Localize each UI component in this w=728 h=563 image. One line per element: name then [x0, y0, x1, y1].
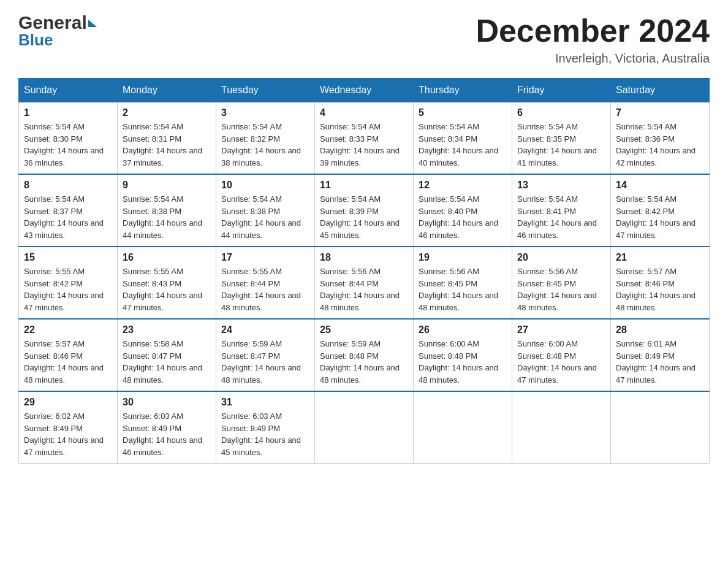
- sunset-text: Sunset: 8:41 PM: [517, 205, 605, 218]
- daylight-text: Daylight: 14 hours and 47 minutes.: [517, 362, 605, 386]
- day-info: Sunrise: 5:54 AM Sunset: 8:37 PM Dayligh…: [24, 193, 112, 241]
- table-row: 24 Sunrise: 5:59 AM Sunset: 8:47 PM Dayl…: [216, 319, 315, 391]
- daylight-text: Daylight: 14 hours and 47 minutes.: [24, 289, 112, 313]
- sunrise-text: Sunrise: 6:03 AM: [221, 410, 309, 423]
- calendar-header-row: Sunday Monday Tuesday Wednesday Thursday…: [19, 79, 710, 102]
- day-info: Sunrise: 6:02 AM Sunset: 8:49 PM Dayligh…: [24, 410, 112, 458]
- daylight-text: Daylight: 14 hours and 41 minutes.: [517, 145, 605, 169]
- sunset-text: Sunset: 8:45 PM: [517, 278, 605, 290]
- sunset-text: Sunset: 8:42 PM: [616, 205, 704, 218]
- daylight-text: Daylight: 14 hours and 39 minutes.: [320, 145, 408, 169]
- day-info: Sunrise: 5:54 AM Sunset: 8:40 PM Dayligh…: [419, 193, 507, 241]
- daylight-text: Daylight: 14 hours and 44 minutes.: [123, 217, 211, 241]
- logo-blue-text: Blue: [18, 31, 53, 50]
- header-saturday: Saturday: [611, 79, 710, 102]
- day-info: Sunrise: 5:54 AM Sunset: 8:41 PM Dayligh…: [517, 193, 605, 241]
- title-block: December 2024 Inverleigh, Victoria, Aust…: [476, 12, 710, 66]
- day-number: 6: [517, 107, 605, 118]
- table-row: 21 Sunrise: 5:57 AM Sunset: 8:46 PM Dayl…: [611, 247, 710, 319]
- calendar-week-row: 15 Sunrise: 5:55 AM Sunset: 8:42 PM Dayl…: [19, 247, 710, 319]
- table-row: 4 Sunrise: 5:54 AM Sunset: 8:33 PM Dayli…: [315, 102, 414, 175]
- sunrise-text: Sunrise: 5:54 AM: [24, 121, 112, 133]
- sunrise-text: Sunrise: 5:54 AM: [419, 193, 507, 205]
- day-number: 17: [221, 252, 309, 263]
- day-number: 11: [320, 180, 408, 191]
- day-number: 29: [24, 397, 112, 408]
- sunset-text: Sunset: 8:40 PM: [419, 205, 507, 218]
- calendar-week-row: 29 Sunrise: 6:02 AM Sunset: 8:49 PM Dayl…: [19, 391, 710, 464]
- day-number: 23: [123, 324, 211, 335]
- sunset-text: Sunset: 8:48 PM: [419, 350, 507, 362]
- day-number: 28: [616, 324, 704, 335]
- table-row: 25 Sunrise: 5:59 AM Sunset: 8:48 PM Dayl…: [315, 319, 414, 391]
- daylight-text: Daylight: 14 hours and 40 minutes.: [419, 145, 507, 169]
- sunset-text: Sunset: 8:49 PM: [221, 423, 309, 435]
- sunrise-text: Sunrise: 6:00 AM: [517, 338, 605, 350]
- daylight-text: Daylight: 14 hours and 36 minutes.: [24, 145, 112, 169]
- sunset-text: Sunset: 8:38 PM: [123, 205, 211, 218]
- table-row: [512, 391, 611, 464]
- day-info: Sunrise: 5:56 AM Sunset: 8:44 PM Dayligh…: [320, 266, 408, 313]
- sunrise-text: Sunrise: 6:03 AM: [123, 410, 211, 423]
- day-number: 18: [320, 252, 408, 263]
- day-number: 27: [517, 324, 605, 335]
- table-row: 15 Sunrise: 5:55 AM Sunset: 8:42 PM Dayl…: [19, 247, 118, 319]
- daylight-text: Daylight: 14 hours and 42 minutes.: [616, 145, 704, 169]
- sunrise-text: Sunrise: 5:57 AM: [616, 266, 704, 278]
- day-number: 5: [419, 107, 507, 118]
- table-row: 20 Sunrise: 5:56 AM Sunset: 8:45 PM Dayl…: [512, 247, 611, 319]
- sunset-text: Sunset: 8:48 PM: [320, 350, 408, 362]
- daylight-text: Daylight: 14 hours and 37 minutes.: [123, 145, 211, 169]
- day-info: Sunrise: 5:54 AM Sunset: 8:39 PM Dayligh…: [320, 193, 408, 241]
- sunset-text: Sunset: 8:34 PM: [419, 133, 507, 145]
- day-info: Sunrise: 5:54 AM Sunset: 8:33 PM Dayligh…: [320, 121, 408, 169]
- day-number: 9: [123, 180, 211, 191]
- sunrise-text: Sunrise: 5:56 AM: [419, 266, 507, 278]
- sunset-text: Sunset: 8:49 PM: [24, 423, 112, 435]
- calendar-subtitle: Inverleigh, Victoria, Australia: [476, 52, 710, 66]
- table-row: 22 Sunrise: 5:57 AM Sunset: 8:46 PM Dayl…: [19, 319, 118, 391]
- day-info: Sunrise: 6:03 AM Sunset: 8:49 PM Dayligh…: [123, 410, 211, 458]
- daylight-text: Daylight: 14 hours and 48 minutes.: [517, 289, 605, 313]
- day-number: 8: [24, 180, 112, 191]
- table-row: 8 Sunrise: 5:54 AM Sunset: 8:37 PM Dayli…: [19, 174, 118, 247]
- calendar-week-row: 22 Sunrise: 5:57 AM Sunset: 8:46 PM Dayl…: [19, 319, 710, 391]
- sunset-text: Sunset: 8:45 PM: [419, 278, 507, 290]
- day-number: 10: [221, 180, 309, 191]
- day-number: 31: [221, 397, 309, 408]
- table-row: 11 Sunrise: 5:54 AM Sunset: 8:39 PM Dayl…: [315, 174, 414, 247]
- sunrise-text: Sunrise: 5:57 AM: [24, 338, 112, 350]
- day-number: 15: [24, 252, 112, 263]
- sunset-text: Sunset: 8:32 PM: [221, 133, 309, 145]
- sunrise-text: Sunrise: 5:54 AM: [24, 193, 112, 205]
- table-row: [414, 391, 512, 464]
- daylight-text: Daylight: 14 hours and 48 minutes.: [616, 289, 704, 313]
- daylight-text: Daylight: 14 hours and 48 minutes.: [419, 289, 507, 313]
- daylight-text: Daylight: 14 hours and 48 minutes.: [123, 362, 211, 386]
- day-info: Sunrise: 5:59 AM Sunset: 8:48 PM Dayligh…: [320, 338, 408, 386]
- table-row: 16 Sunrise: 5:55 AM Sunset: 8:43 PM Dayl…: [118, 247, 216, 319]
- day-info: Sunrise: 5:54 AM Sunset: 8:31 PM Dayligh…: [123, 121, 211, 169]
- daylight-text: Daylight: 14 hours and 45 minutes.: [221, 434, 309, 458]
- table-row: 3 Sunrise: 5:54 AM Sunset: 8:32 PM Dayli…: [216, 102, 315, 175]
- sunset-text: Sunset: 8:44 PM: [221, 278, 309, 290]
- day-info: Sunrise: 5:54 AM Sunset: 8:32 PM Dayligh…: [221, 121, 309, 169]
- logo: General Blue: [18, 12, 97, 50]
- sunrise-text: Sunrise: 5:54 AM: [320, 193, 408, 205]
- table-row: 2 Sunrise: 5:54 AM Sunset: 8:31 PM Dayli…: [118, 102, 216, 175]
- sunset-text: Sunset: 8:46 PM: [616, 278, 704, 290]
- day-info: Sunrise: 6:03 AM Sunset: 8:49 PM Dayligh…: [221, 410, 309, 458]
- day-number: 7: [616, 107, 704, 118]
- day-info: Sunrise: 6:01 AM Sunset: 8:49 PM Dayligh…: [616, 338, 704, 386]
- sunset-text: Sunset: 8:46 PM: [24, 350, 112, 362]
- header-monday: Monday: [118, 79, 216, 102]
- sunset-text: Sunset: 8:31 PM: [123, 133, 211, 145]
- day-info: Sunrise: 5:58 AM Sunset: 8:47 PM Dayligh…: [123, 338, 211, 386]
- table-row: [611, 391, 710, 464]
- daylight-text: Daylight: 14 hours and 48 minutes.: [24, 362, 112, 386]
- calendar-title: December 2024: [476, 12, 710, 49]
- sunset-text: Sunset: 8:48 PM: [517, 350, 605, 362]
- daylight-text: Daylight: 14 hours and 46 minutes.: [123, 434, 211, 458]
- sunrise-text: Sunrise: 5:54 AM: [616, 121, 704, 133]
- day-info: Sunrise: 5:59 AM Sunset: 8:47 PM Dayligh…: [221, 338, 309, 386]
